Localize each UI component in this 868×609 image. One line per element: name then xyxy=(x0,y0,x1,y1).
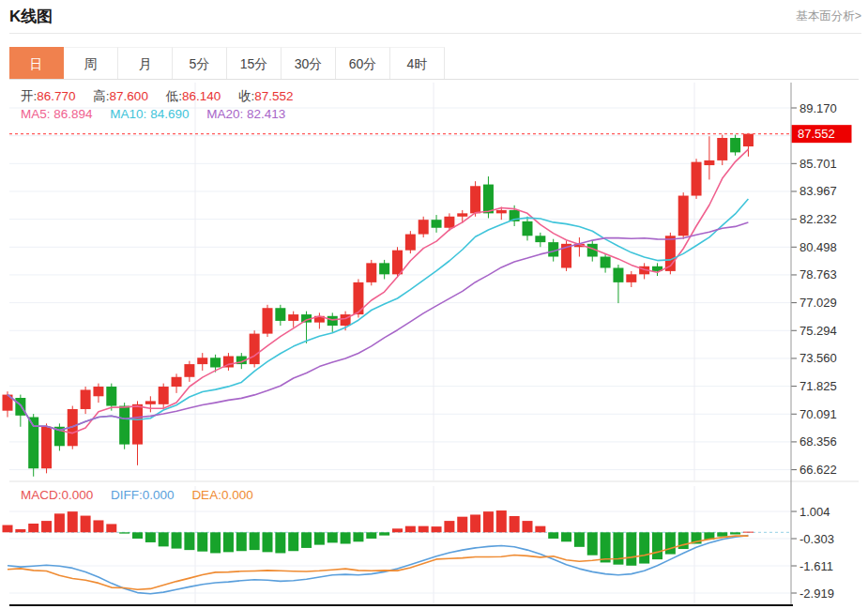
macd-bar xyxy=(41,521,52,532)
candle xyxy=(535,236,545,242)
candle xyxy=(263,308,273,333)
macd-bar xyxy=(68,511,78,532)
macd-bar xyxy=(574,532,585,547)
ma5-value: 86.894 xyxy=(53,107,92,121)
macd-bar xyxy=(523,521,533,532)
y-axis-label: 83.967 xyxy=(799,184,837,198)
macd-bar xyxy=(639,532,649,563)
candle xyxy=(743,134,754,146)
macd-bar xyxy=(587,532,598,555)
candle xyxy=(717,138,727,160)
candle xyxy=(132,404,143,445)
macd-bar xyxy=(470,514,480,532)
macd-bar xyxy=(184,532,194,550)
ma20-line xyxy=(8,222,748,430)
y-axis-label: 71.825 xyxy=(799,379,837,393)
candle xyxy=(41,427,52,468)
candle xyxy=(93,387,103,396)
macd-bar xyxy=(366,532,376,539)
macd-bar xyxy=(93,520,103,532)
low-value: 86.140 xyxy=(182,89,221,103)
macd-bar xyxy=(601,532,611,562)
diff-label: DIFF: xyxy=(111,488,143,502)
candle xyxy=(106,387,116,406)
candle xyxy=(327,316,338,326)
ma10-label: MA10: xyxy=(110,107,146,121)
macd-axis-label: -0.303 xyxy=(799,532,834,546)
macd-bar xyxy=(496,510,507,532)
dea-label: DEA: xyxy=(191,488,221,502)
diff-value: 0.000 xyxy=(143,488,175,502)
macd-bar xyxy=(405,526,416,533)
last-price-tag-text: 87.552 xyxy=(798,127,835,141)
macd-bar xyxy=(483,511,494,532)
candle xyxy=(210,358,221,367)
ma10-value: 84.690 xyxy=(150,107,189,121)
macd-bar xyxy=(263,532,273,552)
candle xyxy=(626,274,636,282)
y-axis-label: 68.356 xyxy=(799,434,837,449)
macd-bar xyxy=(172,532,182,548)
candle xyxy=(457,213,467,216)
y-axis-label: 82.232 xyxy=(799,212,837,226)
macd-bar xyxy=(652,532,662,559)
macd-bar xyxy=(457,517,467,533)
candle xyxy=(678,196,689,236)
macd-bar xyxy=(327,532,338,542)
candle xyxy=(366,263,376,282)
open-label: 开: xyxy=(21,89,37,103)
candle xyxy=(432,220,442,228)
macd-readout: MACD:0.000 DIFF:0.000 DEA:0.000 xyxy=(21,488,267,502)
macd-bar xyxy=(341,532,351,543)
candle xyxy=(15,398,25,416)
candle xyxy=(145,401,156,403)
ma-readout: MA5: 86.894 MA10: 84.690 MA20: 82.413 xyxy=(21,107,299,121)
macd-bar xyxy=(379,532,389,535)
macd-bar xyxy=(132,532,143,539)
macd-bar xyxy=(535,526,545,533)
macd-bar xyxy=(392,528,403,532)
candle xyxy=(483,185,494,214)
macd-bar xyxy=(15,529,25,532)
candle xyxy=(275,308,285,321)
macd-bar xyxy=(106,524,116,532)
macd-bar xyxy=(717,532,727,536)
close-value: 87.552 xyxy=(254,89,293,103)
y-axis-label: 77.029 xyxy=(799,296,837,310)
macd-bar xyxy=(665,532,676,554)
candle xyxy=(523,221,533,236)
candle xyxy=(250,334,260,364)
dea-line xyxy=(8,536,748,589)
candle xyxy=(405,235,416,251)
candle xyxy=(613,267,623,282)
candle xyxy=(159,387,169,404)
macd-bar xyxy=(743,532,754,533)
macd-bar xyxy=(613,532,623,564)
y-axis-label: 75.294 xyxy=(799,324,837,338)
macd-bar xyxy=(561,532,571,541)
low-label: 低: xyxy=(166,89,182,103)
macd-bar xyxy=(119,532,129,533)
macd-bar xyxy=(236,532,247,551)
candle xyxy=(730,138,740,152)
macd-bar xyxy=(353,532,363,541)
macd-value: 0.000 xyxy=(62,488,94,502)
macd-label: MACD: xyxy=(21,488,62,502)
macd-bar xyxy=(314,532,325,544)
ma5-label: MA5: xyxy=(21,107,51,121)
y-axis-label: 66.622 xyxy=(799,463,837,477)
macd-bar xyxy=(419,526,429,533)
y-axis-label: 89.170 xyxy=(799,101,837,115)
candle xyxy=(379,263,389,274)
macd-bar xyxy=(223,532,234,552)
dea-value: 0.000 xyxy=(221,488,253,502)
macd-axis-label: 1.004 xyxy=(799,505,830,519)
candle xyxy=(692,162,702,196)
high-label: 高: xyxy=(93,89,109,103)
macd-bar xyxy=(210,532,221,553)
candle xyxy=(704,160,714,165)
open-value: 86.770 xyxy=(37,89,75,103)
macd-bar xyxy=(250,532,260,550)
candle xyxy=(496,210,507,213)
candle xyxy=(172,377,182,387)
